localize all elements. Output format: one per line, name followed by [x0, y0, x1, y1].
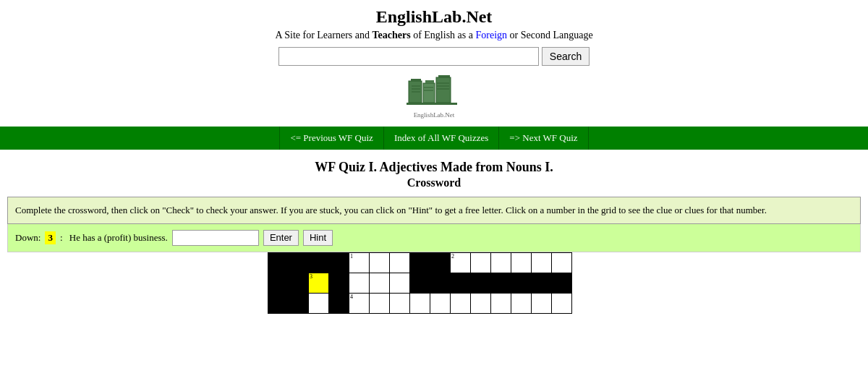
- cw-cell-white[interactable]: [309, 293, 329, 313]
- cw-cell-white[interactable]: [471, 252, 491, 273]
- cw-cell-black: [289, 273, 309, 293]
- cw-cell-white[interactable]: [370, 273, 390, 293]
- cw-cell-black: [552, 273, 572, 293]
- cw-cell-white[interactable]: [390, 252, 410, 273]
- cw-cell-black: [268, 252, 289, 273]
- cw-cell-white[interactable]: 4: [349, 293, 370, 313]
- tagline-teachers: Teachers: [373, 30, 411, 40]
- main-content: Complete the crossword, then click on "C…: [7, 197, 861, 368]
- cw-cell-black: [309, 252, 329, 273]
- svg-rect-3: [425, 80, 434, 83]
- cw-cell-black: [268, 293, 289, 313]
- logo-box: EnglishLab.Net: [405, 70, 463, 110]
- cw-cell-white[interactable]: [410, 293, 430, 313]
- crossword-wrapper: 1 2: [7, 252, 861, 369]
- cw-cell-white[interactable]: [390, 293, 410, 313]
- cw-cell-white[interactable]: [349, 273, 370, 293]
- site-title: EnglishLab.Net: [0, 7, 868, 27]
- cw-cell-white[interactable]: [552, 293, 572, 313]
- cw-cell-white[interactable]: [430, 293, 451, 313]
- instructions-box: Complete the crossword, then click on "C…: [7, 197, 861, 224]
- cw-cell-white[interactable]: [511, 252, 532, 273]
- search-area: Search: [0, 47, 868, 66]
- cw-cell-white[interactable]: [370, 252, 390, 273]
- cw-cell-black: [430, 273, 451, 293]
- cw-cell-white[interactable]: 1: [349, 252, 370, 273]
- tagline-prefix: A Site for Learners and: [275, 30, 372, 40]
- cw-cell-white[interactable]: [552, 252, 572, 273]
- site-header: EnglishLab.Net A Site for Learners and T…: [0, 0, 868, 127]
- hint-button[interactable]: Hint: [303, 230, 333, 246]
- logo-label: EnglishLab.Net: [405, 111, 463, 119]
- table-row: 3: [268, 273, 572, 293]
- answer-input[interactable]: [172, 230, 259, 246]
- clue-direction-label: Down:: [15, 232, 41, 244]
- cw-cell-white[interactable]: [370, 293, 390, 313]
- tagline-middle: of English as a: [411, 30, 476, 40]
- cw-cell-black: [329, 293, 349, 313]
- clue-colon: :: [60, 232, 65, 244]
- cw-cell-black: [491, 273, 511, 293]
- svg-rect-2: [423, 83, 435, 103]
- cw-cell-black: [451, 273, 471, 293]
- logo-area: EnglishLab.Net: [0, 70, 868, 120]
- page-title: WF Quiz I. Adjectives Made from Nouns I.: [0, 160, 868, 175]
- table-row: 1 2: [268, 252, 572, 273]
- nav-prev-quiz[interactable]: <= Previous WF Quiz: [279, 127, 383, 150]
- clue-number: 3: [45, 231, 56, 244]
- cw-cell-highlighted[interactable]: 3: [309, 273, 329, 293]
- cw-cell-black: [511, 273, 532, 293]
- cw-cell-white[interactable]: 2: [451, 252, 471, 273]
- tagline-foreign: Foreign: [475, 30, 507, 40]
- svg-rect-5: [438, 75, 450, 78]
- cw-cell-black: [329, 252, 349, 273]
- search-input[interactable]: [278, 47, 539, 66]
- cw-cell-black: [289, 293, 309, 313]
- cw-cell-black: [329, 273, 349, 293]
- nav-bar: <= Previous WF Quiz Index of All WF Quiz…: [0, 127, 868, 150]
- page-subtitle: Crossword: [0, 176, 868, 189]
- clue-text: He has a (profit) business.: [69, 232, 168, 244]
- nav-index-quizzes[interactable]: Index of All WF Quizzes: [384, 127, 499, 150]
- cw-cell-white[interactable]: [491, 252, 511, 273]
- cw-cell-white[interactable]: [471, 293, 491, 313]
- cw-cell-black: [430, 252, 451, 273]
- cw-cell-white[interactable]: [390, 273, 410, 293]
- cw-cell-white[interactable]: [491, 293, 511, 313]
- cw-cell-black: [268, 273, 289, 293]
- enter-button[interactable]: Enter: [263, 230, 299, 246]
- tagline: A Site for Learners and Teachers of Engl…: [0, 30, 868, 41]
- cw-cell-black: [471, 273, 491, 293]
- cw-cell-black: [410, 252, 430, 273]
- logo-icon: [405, 70, 463, 110]
- nav-next-quiz[interactable]: => Next WF Quiz: [499, 127, 588, 150]
- crossword-grid[interactable]: 1 2: [268, 252, 600, 368]
- svg-rect-14: [407, 103, 457, 105]
- crossword-table[interactable]: 1 2: [268, 252, 572, 314]
- cw-cell-black: [410, 273, 430, 293]
- cw-cell-white[interactable]: [451, 293, 471, 313]
- cw-cell-black: [289, 252, 309, 273]
- cw-cell-white[interactable]: [511, 293, 532, 313]
- cw-cell-white[interactable]: [532, 293, 552, 313]
- svg-rect-4: [436, 77, 451, 103]
- search-button[interactable]: Search: [542, 47, 590, 66]
- tagline-suffix: or Second Language: [507, 30, 593, 40]
- svg-rect-1: [411, 79, 421, 81]
- clue-area: Down: 3: He has a (profit) business. Ent…: [7, 224, 861, 252]
- table-row: 4: [268, 293, 572, 313]
- cw-cell-black: [532, 273, 552, 293]
- cw-cell-white[interactable]: [532, 252, 552, 273]
